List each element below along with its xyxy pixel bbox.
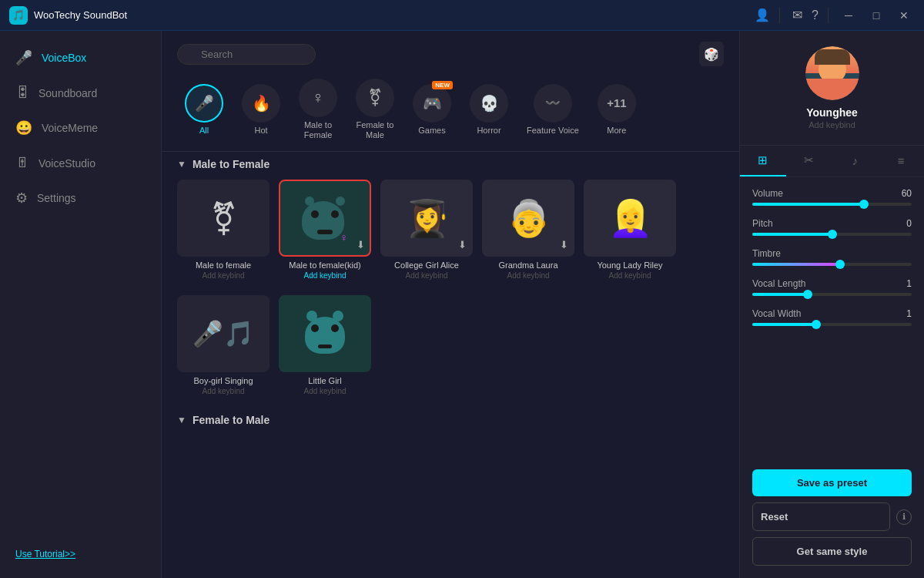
download-icon-grandma: ⬇ (560, 239, 568, 250)
all-label: All (199, 126, 209, 136)
voicestudio-icon: 🎚 (15, 155, 29, 171)
search-wrapper: 🔍 (177, 44, 316, 65)
app-title: WooTechy SoundBot (34, 9, 752, 21)
avatar-keybind[interactable]: Add keybind (808, 120, 855, 129)
male-to-female-label: Male toFemale (304, 120, 333, 140)
voice-name-male-to-female: Male to female (196, 260, 251, 270)
sep2 (828, 8, 829, 23)
vocal-length-slider[interactable] (752, 293, 912, 296)
tab-all[interactable]: 🎤 All (177, 79, 231, 140)
male-to-female-icon: ♀ (299, 79, 337, 117)
panel-tab-music[interactable]: ♪ (832, 146, 879, 176)
voice-card-male-to-female-kid[interactable]: ♀ ⬇ Male to female(kid) Add keybind (279, 180, 371, 280)
voice-keybind-grandma[interactable]: Add keybind (507, 271, 549, 280)
vocal-width-slider[interactable] (752, 323, 912, 326)
panel-tab-equalizer[interactable]: ≡ (878, 146, 924, 176)
college-girl-emoji: 👩‍🎓 (405, 197, 449, 239)
boy-singing-emoji: 🎤🎵 (192, 319, 254, 348)
tab-games[interactable]: NEW 🎮 Games (405, 79, 459, 140)
tutorial-link[interactable]: Use Tutorial>> (0, 539, 161, 569)
voice-scroll-container[interactable]: ▼ Male to Female ⚧ Male to female Add ke… (162, 158, 739, 578)
profile-icon[interactable]: 👤 (755, 8, 770, 22)
voice-thumb-grandma: 👵 ⬇ (482, 180, 574, 257)
voice-name-college: College Girl Alice (394, 260, 459, 270)
pitch-control: Pitch 0 (752, 218, 912, 236)
timbre-slider[interactable] (752, 263, 912, 266)
close-button[interactable]: ✕ (893, 5, 915, 26)
hot-icon: 🔥 (242, 84, 280, 123)
tab-male-to-female[interactable]: ♀ Male toFemale (291, 74, 345, 145)
voice-card-boy-girl-singing[interactable]: 🎤🎵 Boy-girl Singing Add keybind (177, 295, 270, 395)
horror-icon: 💀 (470, 84, 508, 123)
sidebar-item-soundboard[interactable]: 🎛 Soundboard (0, 76, 161, 110)
voice-keybind-kid[interactable]: Add keybind (303, 271, 346, 280)
avatar (805, 46, 859, 100)
sidebar-spacer (0, 216, 161, 539)
pitch-label: Pitch (752, 218, 773, 229)
sidebar-item-voicememe[interactable]: 😀 VoiceMeme (0, 110, 161, 146)
tab-feature-voice[interactable]: 〰️ Feature Voice (519, 79, 587, 140)
vocal-length-thumb[interactable] (803, 290, 812, 299)
tab-hot[interactable]: 🔥 Hot (234, 79, 288, 140)
panel-tab-effects[interactable]: ✂ (786, 146, 832, 176)
timbre-thumb[interactable] (835, 260, 845, 269)
section-header-male-to-female[interactable]: ▼ Male to Female (177, 158, 724, 170)
save-preset-button[interactable]: Save as preset (752, 469, 912, 496)
tab-female-to-male[interactable]: ⚧ Female toMale (348, 74, 402, 145)
pitch-slider[interactable] (752, 233, 912, 236)
voicememe-icon: 😀 (15, 119, 32, 136)
voice-name-grandma: Grandma Laura (498, 260, 557, 270)
voice-thumb-young-lady: 👱‍♀️ (584, 180, 676, 257)
hot-label: Hot (254, 126, 267, 136)
voice-card-male-to-female[interactable]: ⚧ Male to female Add keybind (177, 180, 270, 280)
voice-thumb-college-girl: 👩‍🎓 ⬇ (380, 180, 473, 257)
panel-tab-general[interactable]: ⊞ (740, 146, 786, 176)
voice-card-college-girl[interactable]: 👩‍🎓 ⬇ College Girl Alice Add keybind (380, 180, 473, 280)
volume-slider[interactable] (752, 203, 912, 206)
new-badge: NEW (432, 81, 453, 89)
voice-card-little-girl[interactable]: Little Girl Add keybind (279, 295, 371, 395)
minimize-button[interactable]: ─ (838, 5, 859, 26)
vocal-width-control: Vocal Width 1 (752, 308, 912, 326)
get-same-style-button[interactable]: Get same style (752, 537, 912, 566)
female-to-male-icon: ⚧ (356, 79, 394, 117)
volume-value: 60 (902, 188, 912, 199)
vocal-width-thumb[interactable] (812, 320, 821, 329)
search-input[interactable] (177, 44, 316, 65)
random-icon-button[interactable]: 🎲 (699, 42, 724, 66)
voice-keybind-male-to-female[interactable]: Add keybind (202, 271, 244, 280)
sidebar-item-voicestudio[interactable]: 🎚 VoiceStudio (0, 146, 161, 180)
voice-keybind-boy-singing[interactable]: Add keybind (202, 387, 244, 395)
help-icon[interactable]: ? (812, 8, 819, 22)
sidebar-label-voicememe: VoiceMeme (42, 122, 98, 134)
title-bar: 🎵 WooTechy SoundBot 👤 ✉ ? ─ □ ✕ (0, 0, 924, 31)
pitch-thumb[interactable] (828, 230, 837, 239)
maximize-button[interactable]: □ (865, 5, 887, 26)
sidebar-label-voicestudio: VoiceStudio (38, 157, 95, 170)
games-label: Games (418, 126, 445, 136)
section-header-female-to-male[interactable]: ▼ Female to Male (177, 414, 724, 426)
section-arrow-ftm: ▼ (177, 415, 186, 425)
filter-bar: 🔍 🎲 (162, 31, 739, 66)
tab-more[interactable]: +11 More (590, 79, 644, 140)
voice-keybind-young-lady[interactable]: Add keybind (608, 271, 651, 280)
voice-thumb-male-to-female-kid: ♀ ⬇ (279, 180, 371, 257)
vocal-length-control: Vocal Length 1 (752, 278, 912, 296)
voice-thumb-boy-singing: 🎤🎵 (177, 295, 270, 372)
vocal-length-label: Vocal Length (752, 278, 805, 289)
panel-actions: Save as preset Reset ℹ Get same style (740, 462, 924, 578)
male-to-female-section: ▼ Male to Female ⚧ Male to female Add ke… (177, 158, 724, 395)
info-icon[interactable]: ℹ (896, 509, 912, 525)
mail-icon[interactable]: ✉ (792, 8, 802, 22)
volume-thumb[interactable] (859, 200, 869, 209)
voice-keybind-little-girl[interactable]: Add keybind (303, 387, 346, 395)
reset-button[interactable]: Reset (752, 502, 890, 531)
sidebar-item-settings[interactable]: ⚙ Settings (0, 180, 161, 216)
vocal-length-fill (752, 293, 808, 296)
tab-horror[interactable]: 💀 Horror (462, 79, 516, 140)
voice-keybind-college[interactable]: Add keybind (405, 271, 447, 280)
volume-label: Volume (752, 188, 783, 199)
voice-card-grandma[interactable]: 👵 ⬇ Grandma Laura Add keybind (482, 180, 574, 280)
voice-card-young-lady[interactable]: 👱‍♀️ Young Lady Riley Add keybind (584, 180, 676, 280)
sidebar-item-voicebox[interactable]: 🎤 VoiceBox (0, 40, 161, 76)
